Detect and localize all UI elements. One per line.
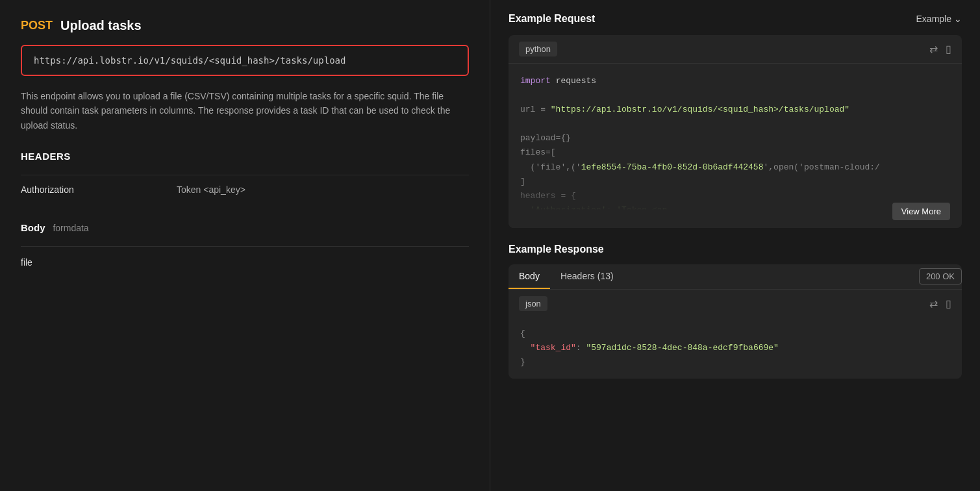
status-badge: 200 OK [919, 268, 962, 284]
response-tab-group: Body Headers (13) [509, 264, 624, 289]
left-panel: POST Upload tasks https://api.lobstr.io/… [0, 0, 490, 491]
format-json-icon[interactable]: ⇄ [929, 297, 938, 310]
body-section: Body formdata [21, 222, 469, 233]
json-code-actions: ⇄ ▯ [929, 297, 951, 310]
response-tabs: Body Headers (13) 200 OK [509, 264, 962, 290]
field-name-file: file [21, 257, 32, 268]
header-key: Authorization [21, 184, 177, 195]
view-more-overlay: View More [509, 183, 962, 228]
method-badge: POST [21, 19, 53, 32]
lang-badge-python: python [519, 42, 557, 57]
headers-table: Authorization Token <api_key> [21, 175, 469, 204]
json-content: { "task_id": "597ad1dc-8528-4dec-848a-ed… [509, 318, 962, 379]
tab-headers[interactable]: Headers (13) [550, 264, 624, 289]
json-block: json ⇄ ▯ { "task_id": "597ad1dc-8528-4de… [509, 290, 962, 379]
endpoint-title: Upload tasks [60, 18, 141, 33]
header-value: Token <api_key> [177, 184, 245, 195]
json-block-header: json ⇄ ▯ [509, 290, 962, 318]
code-content-python: import requests url = "https://api.lobst… [509, 64, 962, 228]
url-text: https://api.lobstr.io/v1/squids/<squid_h… [34, 55, 346, 66]
url-box: https://api.lobstr.io/v1/squids/<squid_h… [21, 45, 469, 76]
body-label: Body [21, 222, 45, 233]
body-type: formdata [53, 223, 88, 233]
endpoint-description: This endpoint allows you to upload a fil… [21, 89, 469, 132]
copy-json-icon[interactable]: ▯ [946, 297, 951, 310]
code-block-request: python ⇄ ▯ import requests url = "https:… [509, 35, 962, 228]
right-panel: Example Request Example ⌄ python ⇄ ▯ imp… [490, 0, 980, 491]
copy-icon[interactable]: ▯ [946, 43, 951, 55]
field-row-file: file [21, 246, 469, 278]
format-icon[interactable]: ⇄ [929, 43, 938, 55]
example-response-title: Example Response [509, 244, 962, 255]
example-request-title: Example Request [509, 13, 595, 25]
chevron-down-icon: ⌄ [954, 14, 962, 24]
example-dropdown-label: Example [916, 14, 951, 24]
header-row: Authorization Token <api_key> [21, 175, 469, 204]
right-header: Example Request Example ⌄ [509, 13, 962, 25]
code-actions: ⇄ ▯ [929, 43, 951, 55]
example-dropdown[interactable]: Example ⌄ [916, 14, 962, 24]
view-more-button[interactable]: View More [892, 203, 950, 220]
response-code-wrapper: Body Headers (13) 200 OK json ⇄ ▯ { "tas… [509, 264, 962, 379]
code-block-header: python ⇄ ▯ [509, 35, 962, 64]
method-title-row: POST Upload tasks [21, 18, 469, 33]
lang-badge-json: json [519, 296, 547, 311]
tab-body[interactable]: Body [509, 264, 550, 289]
headers-section-title: HEADERS [21, 151, 469, 162]
